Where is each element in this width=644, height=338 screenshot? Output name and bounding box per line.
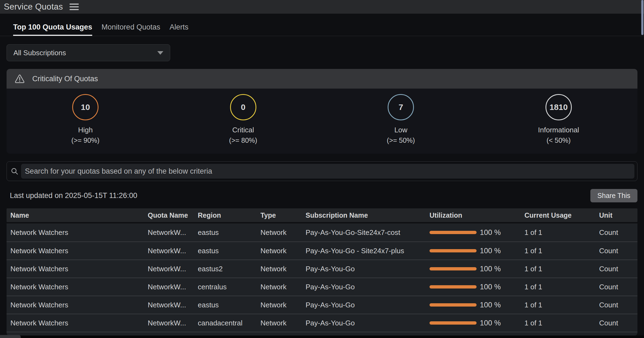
criticality-count: 7 (399, 103, 403, 112)
tab-monitored-quotas[interactable]: Monitored Quotas (101, 23, 160, 36)
cell-quota-name: NetworkW... (148, 228, 198, 237)
table-row[interactable]: Network Watchers NetworkW... centralus N… (7, 278, 637, 296)
cell-utilization: 100 % (430, 228, 524, 237)
cell-type: Network (260, 265, 306, 273)
tab-bar: Top 100 Quota Usages Monitored Quotas Al… (0, 14, 644, 36)
cell-region: eastus (198, 247, 260, 255)
column-header-quota-name: Quota Name (148, 211, 198, 219)
cell-unit: Count (599, 228, 637, 237)
vertical-scrollbar-thumb[interactable] (641, 0, 643, 35)
cell-region: canadacentral (198, 319, 260, 327)
hamburger-menu-icon[interactable] (68, 2, 80, 11)
cell-name: Network Watchers (10, 228, 148, 237)
criticality-label: Critical (232, 126, 254, 134)
cell-quota-name: NetworkW... (148, 301, 198, 309)
table-row[interactable]: Network Watchers NetworkW... eastus Netw… (7, 296, 637, 314)
app-header: Service Quotas (0, 0, 644, 14)
table-row[interactable]: Network Watchers NetworkW... eastus Netw… (7, 241, 637, 260)
table-row[interactable]: Network Watchers NetworkW... canadacentr… (7, 314, 637, 332)
criticality-label: Informational (538, 126, 579, 134)
utilization-percent: 100 % (480, 301, 501, 309)
cell-region: eastus2 (198, 265, 260, 273)
cell-current-usage: 1 of 1 (524, 319, 599, 327)
subscription-filter-dropdown[interactable]: All Subscriptions (7, 44, 170, 61)
criticality-range: (>= 50%) (387, 136, 415, 144)
cell-subscription-name: Pay-As-You-Go (306, 319, 430, 327)
cell-current-usage: 1 of 1 (524, 247, 599, 255)
column-header-unit: Unit (599, 211, 637, 219)
table-header-row: Name Quota Name Region Type Subscription… (7, 208, 637, 222)
criticality-range: (< 50%) (547, 136, 571, 144)
criticality-count-circle: 0 (230, 94, 256, 120)
subscription-filter-value: All Subscriptions (13, 49, 66, 57)
cell-region: eastus (198, 301, 260, 309)
cell-unit: Count (599, 265, 637, 273)
table-row[interactable]: Network Watchers NetworkW... eastus2 Net… (7, 260, 637, 278)
cell-quota-name: NetworkW... (148, 247, 198, 255)
cell-utilization: 100 % (430, 265, 524, 273)
cell-unit: Count (599, 247, 637, 255)
cell-type: Network (260, 247, 306, 255)
cell-current-usage: 1 of 1 (524, 283, 599, 291)
criticality-panel-title: Criticality Of Quotas (32, 75, 98, 83)
cell-type: Network (260, 283, 306, 291)
cell-utilization: 100 % (430, 301, 524, 309)
cell-unit: Count (599, 283, 637, 291)
cell-type: Network (260, 228, 306, 237)
column-header-name: Name (10, 211, 148, 219)
cell-current-usage: 1 of 1 (524, 265, 599, 273)
share-this-button[interactable]: Share This (590, 189, 637, 202)
cell-quota-name: NetworkW... (148, 283, 198, 291)
cell-type: Network (260, 319, 306, 327)
cell-utilization: 100 % (430, 247, 524, 255)
utilization-bar (430, 231, 477, 234)
quota-search-bar (7, 161, 637, 181)
cell-name: Network Watchers (10, 301, 148, 309)
criticality-range: (>= 80%) (229, 136, 257, 144)
criticality-count-circle: 7 (388, 94, 414, 120)
utilization-percent: 100 % (480, 283, 501, 291)
tab-top-100-quota-usages[interactable]: Top 100 Quota Usages (13, 23, 92, 36)
search-icon (11, 167, 18, 175)
criticality-count: 0 (241, 103, 245, 112)
utilization-bar (430, 303, 477, 307)
criticality-summary: 10 High (>= 90%) 0 Critical (>= 80%) 7 (7, 89, 637, 154)
tab-alerts[interactable]: Alerts (170, 23, 188, 36)
utilization-percent: 100 % (480, 247, 501, 255)
cell-region: centralus (198, 283, 260, 291)
column-header-region: Region (198, 211, 260, 219)
last-updated-text: Last updated on 2025-05-15T 11:26:00 (7, 191, 137, 200)
table-row[interactable]: Standard BS Family vCPUs standardB... ea… (7, 332, 637, 336)
criticality-count: 1810 (549, 103, 568, 112)
criticality-item: 1810 Informational (< 50%) (480, 94, 638, 154)
warning-triangle-icon (15, 74, 25, 83)
column-header-current-usage: Current Usage (524, 211, 599, 219)
cell-name: Network Watchers (10, 319, 148, 327)
cell-utilization: 100 % (430, 319, 524, 327)
cell-subscription-name: Pay-As-You-Go (306, 265, 430, 273)
column-header-utilization: Utilization (430, 211, 524, 219)
table-body: Network Watchers NetworkW... eastus Netw… (7, 223, 637, 336)
cell-name: Network Watchers (10, 247, 148, 255)
criticality-item: 0 Critical (>= 80%) (164, 94, 322, 154)
cell-name: Network Watchers (10, 265, 148, 273)
cell-current-usage: 1 of 1 (524, 228, 599, 237)
quota-usage-table: Name Quota Name Region Type Subscription… (7, 208, 637, 336)
criticality-panel: Criticality Of Quotas 10 High (>= 90%) 0… (7, 69, 637, 154)
cell-subscription-name: Pay-As-You-Go - Site24x7-plus (306, 247, 430, 255)
cell-type: Network (260, 301, 306, 309)
search-input[interactable] (21, 164, 634, 179)
criticality-range: (>= 90%) (71, 136, 100, 144)
criticality-count-circle: 1810 (546, 94, 572, 120)
cell-subscription-name: Pay-As-You-Go (306, 283, 430, 291)
cell-current-usage: 1 of 1 (524, 301, 599, 309)
criticality-label: Low (394, 126, 407, 134)
utilization-percent: 100 % (480, 228, 501, 237)
criticality-count-circle: 10 (72, 94, 98, 120)
cell-quota-name: NetworkW... (148, 319, 198, 327)
column-header-subscription-name: Subscription Name (306, 211, 430, 219)
table-row[interactable]: Network Watchers NetworkW... eastus Netw… (7, 223, 637, 241)
cell-utilization: 100 % (430, 283, 524, 291)
window-corner-element (0, 335, 21, 338)
utilization-bar (430, 285, 477, 289)
